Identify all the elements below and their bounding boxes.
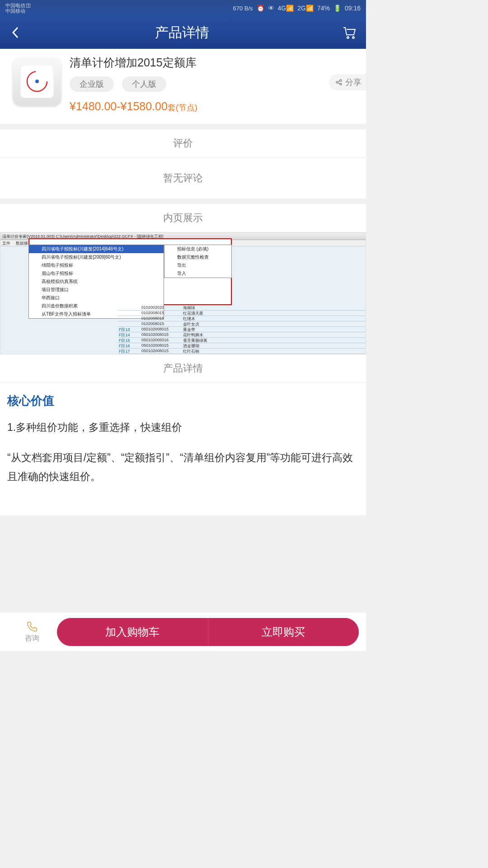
- status-indicators: 670 B/s ⏰ 👁 4G📶 2G📶 74% 🔋 09:16: [233, 5, 361, 12]
- details-header: 产品详情: [0, 354, 366, 383]
- details-p1: 1.多种组价功能，多重选择，快速组价: [7, 418, 359, 437]
- product-header: 清单计价增加2015定额库 企业版 个人版 ¥1480.00-¥1580.00套…: [0, 49, 366, 124]
- share-icon: [335, 79, 343, 86]
- signal-4g-icon: 4G📶: [278, 5, 294, 12]
- details-section: 核心价值 1.多种组价功能，多重选择，快速组价 “从文档套用项目/定额”、“定额…: [0, 383, 366, 515]
- svg-point-0: [347, 37, 349, 38]
- status-bar: 中国电信⚿ 中国移动 670 B/s ⏰ 👁 4G📶 2G📶 74% 🔋 09:…: [0, 0, 366, 16]
- svg-point-3: [35, 80, 39, 83]
- key-icon: ⚿: [26, 3, 31, 8]
- buy-now-button[interactable]: 立即购买: [208, 618, 359, 646]
- svg-point-5: [340, 80, 342, 81]
- alarm-icon: ⏰: [257, 5, 264, 12]
- back-button[interactable]: [9, 26, 23, 39]
- page-title: 产品详情: [155, 24, 209, 42]
- status-carriers: 中国电信⚿ 中国移动: [5, 3, 31, 14]
- cart-button[interactable]: [342, 25, 357, 40]
- details-p2: “从文档套用项目/定额”、“定额指引”、“清单组价内容复用”等功能可进行高效且准…: [7, 448, 359, 486]
- dropdown-submenu: 招标信息 (必填) 数据完整性检查 导出 导入: [164, 245, 232, 278]
- product-price: ¥1480.00-¥1580.00套(节点): [70, 100, 357, 113]
- data-table: 0102002020海桐球0102008015红花满天星0102008015红继…: [118, 305, 366, 354]
- nav-bar: 产品详情: [0, 16, 366, 49]
- svg-line-8: [338, 83, 340, 84]
- add-to-cart-button[interactable]: 加入购物车: [57, 618, 208, 646]
- tag-personal[interactable]: 个人版: [122, 76, 166, 92]
- product-title: 清单计价增加2015定额库: [70, 55, 357, 70]
- consult-button[interactable]: 咨询: [7, 620, 57, 643]
- phone-icon: [26, 620, 38, 633]
- bottom-bar: 咨询 加入购物车 立即购买: [0, 612, 366, 651]
- gallery-screenshot[interactable]: 清单计价专家(V2015.01.003) C:\Users\Administra…: [0, 232, 366, 354]
- product-icon: [13, 57, 61, 106]
- svg-line-7: [338, 81, 340, 82]
- svg-point-6: [340, 83, 342, 85]
- share-button[interactable]: 分享: [329, 74, 366, 90]
- tag-enterprise[interactable]: 企业版: [70, 76, 114, 92]
- reviews-empty: 暂无评论: [0, 158, 366, 198]
- reviews-header: 评价: [0, 129, 366, 158]
- gallery-header: 内页展示: [0, 204, 366, 232]
- details-heading: 核心价值: [7, 393, 359, 409]
- svg-point-1: [352, 37, 354, 38]
- battery-icon: 🔋: [333, 5, 341, 12]
- signal-2g-icon: 2G📶: [297, 5, 314, 12]
- eye-icon: 👁: [268, 5, 274, 12]
